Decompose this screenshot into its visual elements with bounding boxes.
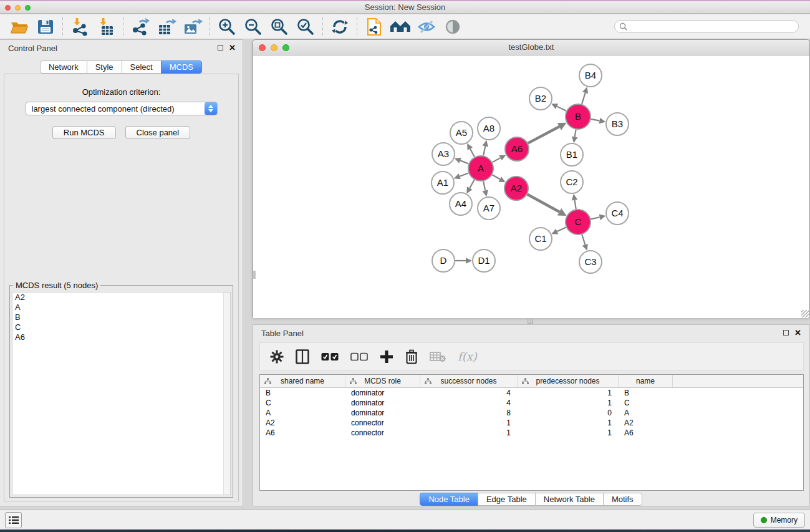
- graph-edge-A6-B[interactable]: [528, 127, 559, 143]
- column-header-successor-nodes[interactable]: successor nodes: [420, 375, 518, 387]
- close-panel-icon[interactable]: ✕: [794, 329, 801, 336]
- run-mcds-button[interactable]: Run MCDS: [52, 126, 116, 139]
- tab-style[interactable]: Style: [87, 60, 122, 74]
- table-row[interactable]: Cdominator41C: [260, 398, 803, 408]
- graph-node-D[interactable]: D: [432, 249, 455, 272]
- graph-node-A4[interactable]: A4: [450, 193, 472, 215]
- toolbar-search[interactable]: [614, 20, 799, 33]
- result-item[interactable]: A: [12, 302, 230, 312]
- graph-node-C4[interactable]: C4: [606, 202, 629, 225]
- graph-node-B[interactable]: B: [566, 104, 591, 129]
- graph-edge-A-A5[interactable]: [470, 148, 475, 157]
- new-network-document-button[interactable]: [361, 16, 387, 37]
- function-builder-button[interactable]: f(x): [458, 350, 477, 363]
- table-mode-settings-button[interactable]: [270, 350, 284, 364]
- import-table-button[interactable]: [93, 16, 119, 37]
- graph-edge-B-B2[interactable]: [557, 107, 566, 111]
- float-panel-icon[interactable]: [783, 330, 789, 336]
- create-column-button[interactable]: [380, 350, 393, 364]
- zoom-in-button[interactable]: [214, 16, 240, 37]
- graph-node-A[interactable]: A: [468, 156, 493, 181]
- graph-edge-B-B4[interactable]: [582, 93, 585, 104]
- graph-edge-A-A6[interactable]: [493, 158, 501, 162]
- graph-node-A1[interactable]: A1: [432, 172, 454, 194]
- zoom-fit-button[interactable]: [266, 16, 292, 37]
- tab-select[interactable]: Select: [122, 60, 162, 74]
- graph-node-B1[interactable]: B1: [561, 143, 583, 166]
- tab-edge-table[interactable]: Edge Table: [478, 493, 536, 506]
- criterion-dropdown[interactable]: largest connected component (directed): [26, 102, 218, 115]
- tab-motifs[interactable]: Motifs: [603, 493, 642, 506]
- show-columns-button[interactable]: [296, 349, 309, 364]
- graph-edge-A-A4[interactable]: [470, 180, 475, 188]
- graph-node-C1[interactable]: C1: [529, 228, 552, 250]
- tab-mcds[interactable]: MCDS: [161, 60, 202, 74]
- graph-node-A6[interactable]: A6: [505, 137, 529, 161]
- graph-node-C2[interactable]: C2: [561, 171, 583, 193]
- graph-node-B2[interactable]: B2: [529, 87, 552, 110]
- zoom-window-button[interactable]: [25, 5, 31, 11]
- minimize-network-window-button[interactable]: [271, 44, 277, 51]
- column-header-shared-name[interactable]: shared name: [260, 375, 345, 387]
- graph-node-B4[interactable]: B4: [579, 64, 602, 87]
- birds-eye-view-button[interactable]: [440, 16, 466, 37]
- close-panel-button[interactable]: Close panel: [125, 126, 191, 139]
- graph-edge-C-C1[interactable]: [557, 228, 566, 231]
- graph-node-A7[interactable]: A7: [478, 197, 500, 220]
- graph-node-A3[interactable]: A3: [432, 143, 455, 165]
- home-views-button[interactable]: [387, 16, 413, 37]
- graph-node-A8[interactable]: A8: [478, 117, 500, 140]
- tab-node-table[interactable]: Node Table: [420, 493, 478, 506]
- export-image-button[interactable]: [180, 16, 206, 37]
- horizontal-splitter-handle[interactable]: [528, 319, 533, 324]
- network-window-titlebar[interactable]: testGlobe.txt: [253, 40, 809, 56]
- zoom-selected-button[interactable]: [292, 16, 319, 37]
- graph-edge-B-B1[interactable]: [575, 130, 576, 137]
- select-all-button[interactable]: [321, 352, 339, 361]
- show-graphics-details-button[interactable]: [413, 16, 440, 37]
- graph-edge-A-A7[interactable]: [483, 181, 485, 191]
- result-scrollbar[interactable]: [223, 293, 230, 495]
- result-item[interactable]: A6: [12, 332, 230, 342]
- table-row[interactable]: A2connector11A2: [260, 418, 803, 428]
- delete-columns-button[interactable]: [405, 349, 418, 364]
- delete-table-button[interactable]: [430, 351, 446, 362]
- close-panel-icon[interactable]: ✕: [229, 44, 236, 51]
- table-row[interactable]: Adominator80A: [260, 408, 803, 418]
- graph-edge-C-C2[interactable]: [574, 200, 576, 210]
- table-row[interactable]: Bdominator41B: [260, 388, 803, 398]
- tab-network[interactable]: Network: [40, 60, 87, 74]
- graph-edge-A-A2[interactable]: [492, 175, 500, 179]
- close-network-window-button[interactable]: [259, 44, 266, 51]
- zoom-network-window-button[interactable]: [282, 44, 289, 51]
- column-header-MCDS-role[interactable]: MCDS role: [345, 375, 420, 387]
- export-table-button[interactable]: [153, 16, 180, 37]
- open-session-button[interactable]: [6, 16, 32, 37]
- float-panel-icon[interactable]: [218, 45, 223, 51]
- task-history-button[interactable]: [5, 512, 22, 528]
- result-item[interactable]: C: [12, 322, 230, 332]
- graph-edge-A2-C[interactable]: [528, 195, 560, 212]
- export-network-button[interactable]: [127, 16, 153, 37]
- memory-button[interactable]: Memory: [753, 513, 805, 528]
- result-item[interactable]: B: [12, 312, 230, 322]
- graph-edge-A-A1[interactable]: [460, 173, 468, 176]
- graph-edge-C-C3[interactable]: [582, 235, 585, 244]
- search-input[interactable]: [630, 22, 786, 31]
- apply-layout-refresh-button[interactable]: [327, 16, 353, 37]
- graph-node-C[interactable]: C: [566, 210, 591, 235]
- save-session-button[interactable]: [32, 16, 59, 37]
- graph-edge-C-C4[interactable]: [591, 217, 599, 219]
- result-item[interactable]: A2: [12, 293, 230, 302]
- zoom-out-button[interactable]: [240, 16, 266, 37]
- graph-node-D1[interactable]: D1: [473, 249, 495, 272]
- minimize-window-button[interactable]: [15, 5, 21, 11]
- network-resize-grip[interactable]: [801, 310, 809, 317]
- canvas-scroll-nub[interactable]: [253, 271, 256, 279]
- table-row[interactable]: A6connector11A6: [260, 428, 803, 438]
- column-header-name[interactable]: name: [619, 375, 673, 387]
- graph-node-C3[interactable]: C3: [579, 251, 602, 273]
- graph-edge-B-B3[interactable]: [591, 119, 600, 121]
- graph-node-A5[interactable]: A5: [450, 122, 473, 144]
- graph-node-A2[interactable]: A2: [504, 177, 528, 200]
